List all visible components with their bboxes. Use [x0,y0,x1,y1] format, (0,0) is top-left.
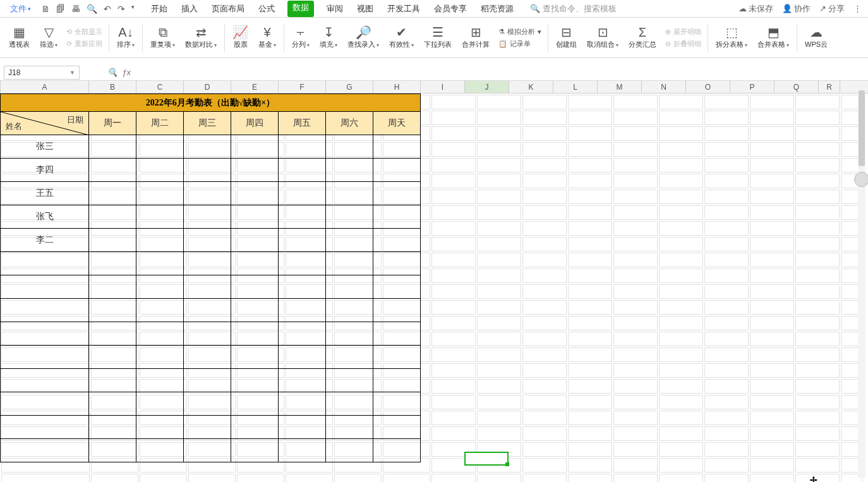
fund-button[interactable]: ¥基金▾ [253,20,281,56]
attendance-cell[interactable] [326,182,373,205]
attendance-cell[interactable] [136,369,184,392]
attendance-cell[interactable] [136,275,184,299]
column-O[interactable]: O [686,81,730,93]
column-D[interactable]: D [184,81,231,93]
attendance-cell[interactable] [279,182,326,205]
formula-bar[interactable] [136,66,868,80]
attendance-cell[interactable] [373,252,421,275]
attendance-cell[interactable] [184,135,231,159]
attendance-cell[interactable] [326,392,373,416]
name-box[interactable]: J18▼ [4,66,80,80]
column-Q[interactable]: Q [775,81,819,93]
attendance-cell[interactable] [279,135,326,159]
collapse-button[interactable]: ⊖折叠明细 [665,39,701,49]
name-cell[interactable] [1,346,89,369]
attendance-cell[interactable] [136,229,184,252]
column-P[interactable]: P [730,81,775,93]
column-M[interactable]: M [598,81,642,93]
attendance-cell[interactable] [184,322,231,346]
attendance-cell[interactable] [326,252,373,275]
column-G[interactable]: G [326,81,373,93]
attendance-cell[interactable] [184,346,231,369]
column-L[interactable]: L [553,81,598,93]
name-cell[interactable] [1,369,89,392]
attendance-cell[interactable] [373,159,421,182]
attendance-cell[interactable] [279,346,326,369]
attendance-cell[interactable] [231,205,279,229]
dropdown-button[interactable]: ☰下拉列表 [419,20,457,56]
attendance-cell[interactable] [326,159,373,182]
column-E[interactable]: E [231,81,279,93]
unsaved-indicator[interactable]: ☁未保存 [738,3,773,15]
compare-button[interactable]: ⇄数据对比▾ [180,20,222,56]
attendance-cell[interactable] [136,322,184,346]
attendance-cell[interactable] [89,392,136,416]
tab-review[interactable]: 审阅 [325,1,344,17]
tab-dev[interactable]: 开发工具 [386,1,421,17]
name-cell[interactable]: 李二 [1,229,89,252]
chevron-down-icon[interactable]: ▼ [69,69,75,76]
attendance-cell[interactable] [279,369,326,392]
coop-button[interactable]: 👤协作 [782,3,811,15]
attendance-cell[interactable] [184,252,231,275]
file-menu[interactable]: 文件▾ [6,3,35,15]
attendance-cell[interactable] [279,322,326,346]
vertical-scrollbar[interactable] [858,90,865,478]
wpscloud-button[interactable]: ☁WPS云 [800,20,833,56]
name-cell[interactable]: 王五 [1,182,89,205]
attendance-cell[interactable] [184,439,231,462]
attendance-cell[interactable] [89,346,136,369]
attendance-cell[interactable] [231,159,279,182]
attendance-cell[interactable] [231,182,279,205]
tab-formula[interactable]: 公式 [257,1,276,17]
print-icon[interactable]: 🖶 [71,4,80,14]
name-cell[interactable] [1,439,89,462]
attendance-cell[interactable] [136,346,184,369]
attendance-cell[interactable] [373,369,421,392]
attendance-cell[interactable] [326,135,373,159]
fx-label[interactable]: 🔍 ƒx [107,68,131,77]
attendance-cell[interactable] [279,392,326,416]
stock-button[interactable]: 📈股票 [227,20,253,56]
attendance-cell[interactable] [279,275,326,299]
undo-icon[interactable]: ↶ [104,4,111,14]
tab-layout[interactable]: 页面布局 [210,1,246,17]
subtotal-button[interactable]: Σ分类汇总 [624,20,661,56]
sort-button[interactable]: A↓排序▾ [112,20,140,56]
attendance-cell[interactable] [279,229,326,252]
name-cell[interactable] [1,275,89,299]
attendance-cell[interactable] [89,182,136,205]
mergeform-button[interactable]: ⬒合并表格▾ [752,20,794,56]
validation-button[interactable]: ✔有效性▾ [384,20,419,56]
column-B[interactable]: B [89,81,136,93]
attendance-cell[interactable] [136,135,184,159]
column-H[interactable]: H [373,81,421,93]
tab-view[interactable]: 视图 [356,1,375,17]
show-all-button[interactable]: ⟲全部显示 [66,27,102,37]
attendance-cell[interactable] [373,439,421,462]
attendance-cell[interactable] [231,252,279,275]
attendance-cell[interactable] [326,439,373,462]
save-icon[interactable]: 🗎 [41,4,50,14]
group-button[interactable]: ⊟创建组 [551,20,582,56]
attendance-cell[interactable] [326,229,373,252]
attendance-cell[interactable] [373,182,421,205]
column-headers[interactable]: ABCDEFGHIJKLMNOPQR [0,81,868,93]
name-cell[interactable]: 李四 [1,159,89,182]
saveas-icon[interactable]: 🗐 [56,4,65,14]
attendance-cell[interactable] [89,275,136,299]
consolidate-button[interactable]: ⊞合并计算 [457,20,495,56]
attendance-cell[interactable] [231,299,279,322]
attendance-cell[interactable] [184,392,231,416]
split-button[interactable]: ⫟分列▾ [287,20,315,56]
attendance-cell[interactable] [136,439,184,462]
attendance-cell[interactable] [326,275,373,299]
attendance-cell[interactable] [326,346,373,369]
attendance-cell[interactable] [89,299,136,322]
name-cell[interactable] [1,299,89,322]
find-entry-button[interactable]: 🔎查找录入▾ [342,20,384,56]
attendance-cell[interactable] [89,439,136,462]
avatar[interactable] [854,172,868,187]
tab-docer[interactable]: 稻壳资源 [479,1,515,17]
record-button[interactable]: 📋记录单 [498,39,541,49]
